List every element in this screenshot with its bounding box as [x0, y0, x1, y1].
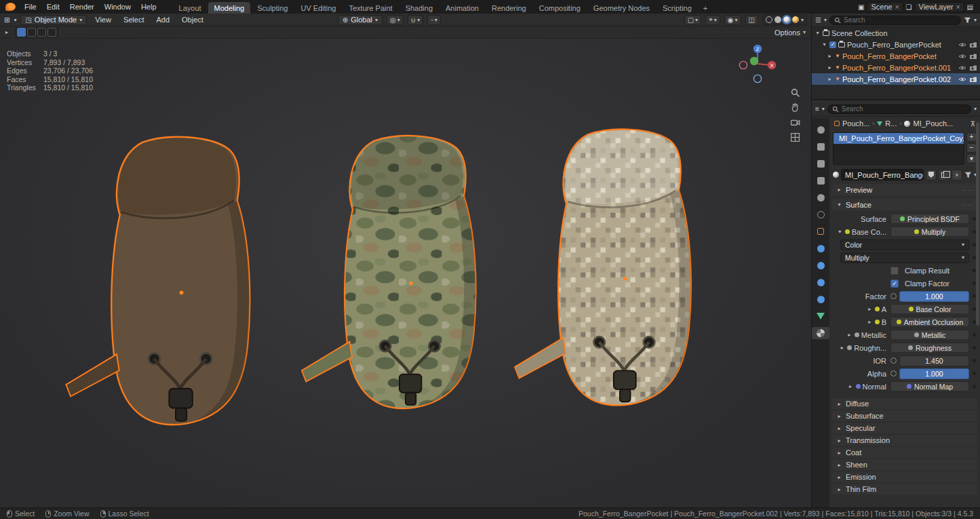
zoom-icon[interactable] — [790, 88, 800, 98]
mode-selector[interactable]: ◳Object Mode▾ — [20, 15, 87, 25]
pouch-object-brown[interactable] — [58, 124, 292, 443]
select-new-icon[interactable] — [17, 28, 26, 37]
tab-constraints[interactable] — [812, 293, 829, 305]
outliner-row-collection[interactable]: ▾ ✓ Pouch_Ferro_BangerPocket — [812, 39, 980, 50]
clamp-factor-checkbox[interactable]: ✓ — [890, 280, 899, 288]
surface-panel-header[interactable]: ▾ Surface ···· — [832, 199, 977, 210]
tab-uv-editing[interactable]: UV Editing — [294, 2, 342, 14]
xray-toggle[interactable]: ◫ — [745, 15, 758, 25]
render-visibility-icon[interactable] — [969, 53, 977, 60]
metallic-node-button[interactable]: Metallic — [890, 330, 969, 340]
mix-data-type-select[interactable]: Color▾ — [840, 239, 969, 250]
scene-selector[interactable]: Scene× — [867, 2, 903, 12]
viewlayer-selector[interactable]: ViewLayer× — [915, 2, 964, 12]
expand-icon[interactable]: ▸ — [848, 383, 854, 389]
select-subtract-icon[interactable] — [37, 28, 46, 37]
breadcrumb-mesh[interactable]: R... — [885, 119, 897, 128]
input-a-button[interactable]: Base Color — [890, 304, 969, 314]
selectability-visibility-dropdown[interactable]: ▢▾ — [684, 15, 701, 25]
tab-geometry-nodes[interactable]: Geometry Nodes — [587, 2, 656, 14]
tab-layout[interactable]: Layout — [173, 2, 208, 14]
expand-icon[interactable]: ▸ — [827, 64, 833, 71]
section-emission[interactable]: ▸Emission — [832, 472, 977, 482]
grid-ortho-icon[interactable] — [790, 132, 800, 142]
slot-specials-dropdown[interactable]: ▾ — [966, 154, 977, 164]
pin-icon[interactable]: ⊼ — [971, 120, 975, 128]
drag-handle-icon[interactable]: ···· — [962, 201, 973, 208]
tab-object-data[interactable] — [812, 310, 829, 322]
render-visibility-icon[interactable] — [969, 64, 977, 71]
expand-icon[interactable]: ▸ — [827, 53, 833, 59]
tab-modeling[interactable]: Modeling — [208, 2, 251, 14]
blender-logo-icon[interactable] — [5, 3, 16, 11]
tab-scene[interactable] — [812, 191, 829, 204]
blend-mode-select[interactable]: Multiply▾ — [840, 252, 969, 263]
camera-view-icon[interactable] — [790, 117, 800, 128]
expand-icon[interactable]: ▾ — [815, 30, 821, 36]
properties-editor-icon[interactable]: ≡ — [815, 105, 819, 113]
section-diffuse[interactable]: ▸Diffuse — [832, 398, 977, 409]
drag-handle-icon[interactable]: ···· — [962, 187, 973, 193]
transform-pivot-selector[interactable]: ◎▾ — [387, 15, 404, 25]
tab-tool[interactable] — [812, 123, 829, 136]
options-dropdown[interactable]: Options▾ — [775, 28, 806, 37]
expand-icon[interactable]: ▸ — [846, 332, 852, 338]
breadcrumb-material[interactable]: MI_Pouch... — [913, 119, 953, 128]
factor-slider[interactable]: 1.000 — [899, 291, 969, 302]
pouch-object-multicam[interactable] — [294, 113, 515, 436]
tab-animation[interactable]: Animation — [439, 2, 485, 14]
menu-select[interactable]: Select — [119, 15, 149, 24]
tab-rendering[interactable]: Rendering — [486, 2, 532, 14]
animate-decorator-icon[interactable] — [890, 293, 897, 299]
menu-help[interactable]: Help — [136, 2, 161, 12]
surface-shader-button[interactable]: Principled BSDF — [890, 214, 969, 224]
breadcrumb-object[interactable]: Pouch... — [842, 119, 869, 128]
viewlayer-unlink-icon[interactable]: × — [956, 3, 960, 11]
snap-toggle[interactable]: ∪▾ — [408, 15, 423, 25]
pouch-object-desert[interactable] — [507, 119, 731, 421]
section-specular[interactable]: ▸Specular — [832, 423, 977, 434]
menu-add[interactable]: Add — [152, 15, 174, 24]
section-thin-film[interactable]: ▸Thin Film — [832, 484, 977, 495]
section-sheen[interactable]: ▸Sheen — [832, 459, 977, 470]
select-extend-icon[interactable] — [27, 28, 36, 37]
editor-type-icon[interactable]: ⊞ — [4, 16, 9, 24]
render-visibility-icon[interactable] — [969, 76, 977, 83]
tab-modifiers[interactable] — [812, 242, 829, 254]
shading-rendered-icon[interactable] — [792, 16, 799, 23]
alpha-slider[interactable]: 1.000 — [899, 368, 969, 379]
tab-world[interactable] — [812, 208, 829, 220]
transform-orientation-selector[interactable]: ⊕Global▾ — [338, 15, 383, 25]
pan-hand-icon[interactable] — [790, 102, 800, 113]
hide-eye-icon[interactable] — [958, 41, 966, 48]
shading-wireframe-icon[interactable] — [766, 16, 772, 23]
tab-view-layer[interactable] — [812, 174, 829, 187]
tab-compositing[interactable]: Compositing — [533, 2, 587, 14]
outliner-row-object[interactable]: ▸ ▼ Pouch_Ferro_BangerPocket.001 — [812, 62, 980, 73]
expand-icon[interactable]: ▸ — [827, 76, 833, 82]
new-material-button[interactable] — [939, 170, 949, 180]
scrollbar[interactable] — [976, 122, 979, 326]
shading-dropdown-icon[interactable]: ▾ — [801, 17, 804, 23]
tab-particles[interactable] — [812, 259, 829, 271]
section-coat[interactable]: ▸Coat — [832, 447, 977, 458]
viewport-3d[interactable]: Objects3 / 3 Vertices7,893 / 7,893 Edges… — [0, 39, 811, 507]
outliner-row-object[interactable]: ▸ ▼ Pouch_Ferro_BangerPocket — [812, 50, 980, 62]
proportional-editing-toggle[interactable]: ◦▾ — [427, 15, 441, 25]
roughness-node-button[interactable]: Roughness — [890, 343, 969, 353]
render-display-icon[interactable]: ▤ — [967, 3, 973, 11]
tab-texture-paint[interactable]: Texture Paint — [342, 2, 398, 14]
menu-window[interactable]: Window — [100, 2, 136, 12]
navigation-gizmo[interactable]: Z X — [737, 43, 779, 86]
filter-funnel-icon[interactable] — [964, 16, 971, 24]
tab-output[interactable] — [812, 157, 829, 170]
outliner-search[interactable] — [829, 16, 961, 25]
outliner-row-object-active[interactable]: ▸ ▼ Pouch_Ferro_BangerPocket.002 — [812, 73, 980, 85]
outliner-filter-chevron-icon[interactable]: ▾ — [974, 17, 977, 23]
tab-shading[interactable]: Shading — [399, 2, 439, 14]
material-name-field[interactable]: MI_Pouch_Ferro_Banger... — [841, 169, 924, 180]
tab-material[interactable] — [812, 327, 829, 339]
input-b-button[interactable]: Ambient Occlusion — [890, 317, 969, 327]
menu-render[interactable]: Render — [65, 2, 99, 12]
expand-icon[interactable]: ▸ — [867, 319, 873, 325]
